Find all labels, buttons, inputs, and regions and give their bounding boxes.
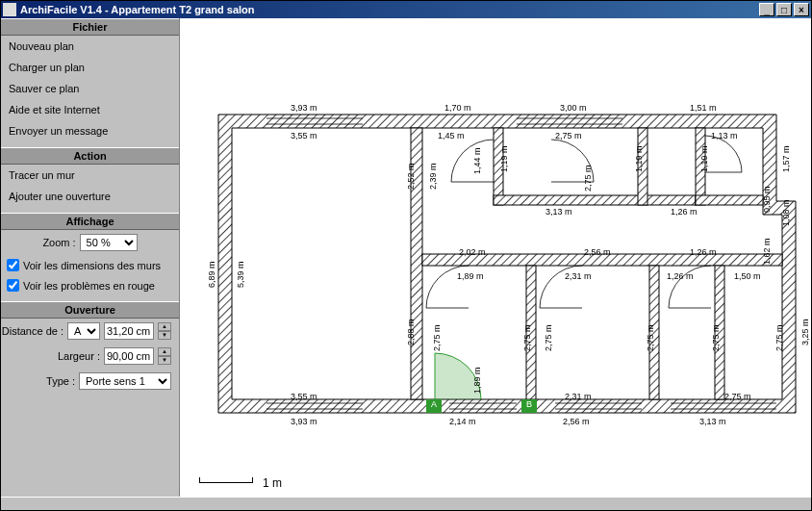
- svg-rect-5: [494, 195, 696, 205]
- dim: 1,89 m: [472, 367, 482, 394]
- dim: 2,14 m: [449, 417, 476, 426]
- largeur-input[interactable]: [104, 347, 154, 365]
- menu-item-tracer-mur[interactable]: Tracer un mur: [1, 165, 179, 186]
- dim: 1,45 m: [438, 131, 465, 141]
- dim: 2,52 m: [406, 163, 416, 190]
- dim: 1,70 m: [444, 103, 471, 113]
- distance-input[interactable]: [104, 322, 154, 340]
- dim: 1,50 m: [734, 271, 761, 281]
- minimize-button[interactable]: _: [759, 3, 774, 16]
- dim: 1,26 m: [690, 247, 717, 257]
- dim: 3,55 m: [291, 131, 317, 141]
- dim: 2,39 m: [428, 163, 438, 190]
- close-button[interactable]: ×: [794, 3, 809, 16]
- dim: 3,93 m: [291, 103, 317, 113]
- dim: 2,75 m: [583, 165, 593, 192]
- dim: 0,95 m: [762, 186, 772, 213]
- dim: 2,75 m: [724, 392, 751, 401]
- menu-item-charger-plan[interactable]: Charger un plan: [1, 57, 179, 78]
- menu-item-ajouter-ouverture[interactable]: Ajouter une ouverture: [1, 186, 179, 207]
- checkbox-dimensions[interactable]: Voir les dimensions des murs: [1, 255, 179, 275]
- dim: 3,13 m: [546, 207, 572, 217]
- type-label: Type :: [46, 375, 75, 387]
- scale-label: 1 m: [263, 476, 282, 490]
- dim: 2,75 m: [544, 324, 553, 351]
- dim: 3,25 m: [800, 319, 810, 345]
- dim: 1,57 m: [781, 145, 791, 172]
- largeur-label: Largeur :: [58, 350, 100, 362]
- checkbox-dimensions-input[interactable]: [7, 259, 19, 271]
- distance-spin-down[interactable]: ▼: [158, 331, 171, 340]
- largeur-spin-down[interactable]: ▼: [158, 356, 171, 365]
- dim: 1,89 m: [457, 271, 484, 281]
- marker-a[interactable]: A: [426, 399, 442, 413]
- status-bar: [1, 497, 811, 510]
- largeur-spin-up[interactable]: ▲: [158, 347, 171, 356]
- dim: 1,51 m: [690, 103, 717, 113]
- distance-ref-select[interactable]: A: [67, 322, 100, 340]
- distance-label: Distance de :: [2, 325, 63, 337]
- dim: 2,75 m: [555, 131, 582, 141]
- dim: 1,44 m: [472, 147, 482, 174]
- dim: 5,39 m: [236, 261, 245, 288]
- window-titlebar: ArchiFacile V1.4 - Appartement T2 grand …: [1, 1, 811, 18]
- dim: 3,13 m: [699, 417, 726, 426]
- section-header-affichage: Affichage: [1, 213, 179, 230]
- dim: 2,75 m: [646, 324, 655, 351]
- dim: 2,75 m: [711, 324, 721, 351]
- distance-spin-up[interactable]: ▲: [158, 322, 171, 331]
- dim: 2,75 m: [432, 324, 442, 351]
- dim: 1,19 m: [699, 145, 709, 172]
- section-header-ouverture: Ouverture: [1, 301, 179, 319]
- dim: 1,08 m: [781, 199, 791, 226]
- dim: 2,56 m: [584, 247, 611, 257]
- canvas[interactable]: A B 3,93 m 1,70 m 3,00 m 1,51 m 3,55 m 1…: [180, 18, 811, 497]
- dim: 2,75 m: [522, 324, 532, 351]
- section-header-fichier: Fichier: [1, 18, 179, 36]
- maximize-button[interactable]: □: [776, 3, 792, 16]
- dim: 1,13 m: [711, 131, 738, 141]
- sidebar: Fichier Nouveau plan Charger un plan Sau…: [1, 18, 180, 497]
- dim: 2,56 m: [563, 417, 590, 426]
- dim: 1,19 m: [499, 145, 509, 172]
- app-icon: [3, 3, 16, 16]
- window-title: ArchiFacile V1.4 - Appartement T2 grand …: [20, 4, 757, 15]
- dim: 2,31 m: [565, 271, 592, 281]
- checkbox-problems[interactable]: Voir les problèmes en rouge: [1, 275, 179, 295]
- dim: 3,00 m: [560, 103, 587, 113]
- section-header-action: Action: [1, 147, 179, 165]
- marker-b[interactable]: B: [521, 399, 537, 413]
- dim: 6,89 m: [207, 261, 216, 288]
- dim: 2,02 m: [459, 247, 486, 257]
- dim: 1,19 m: [634, 145, 644, 172]
- dim: 1,26 m: [671, 207, 698, 217]
- dim: 2,88 m: [406, 319, 416, 345]
- type-select[interactable]: Porte sens 1: [79, 372, 171, 390]
- zoom-label: Zoom :: [42, 237, 75, 248]
- svg-rect-8: [696, 195, 763, 205]
- zoom-select[interactable]: 50 %: [80, 234, 138, 251]
- dim: 2,31 m: [565, 392, 592, 401]
- dim: 3,93 m: [291, 417, 317, 426]
- scale-bar: [199, 482, 253, 483]
- menu-item-envoyer[interactable]: Envoyer un message: [1, 120, 179, 141]
- menu-item-sauver-plan[interactable]: Sauver ce plan: [1, 78, 179, 99]
- dim: 2,75 m: [774, 324, 784, 351]
- dim: 3,55 m: [291, 392, 317, 401]
- menu-item-nouveau-plan[interactable]: Nouveau plan: [1, 36, 179, 57]
- dim: 1,62 m: [762, 238, 772, 265]
- menu-item-aide[interactable]: Aide et site Internet: [1, 99, 179, 120]
- dim: 1,26 m: [667, 271, 694, 281]
- checkbox-problems-input[interactable]: [7, 279, 19, 292]
